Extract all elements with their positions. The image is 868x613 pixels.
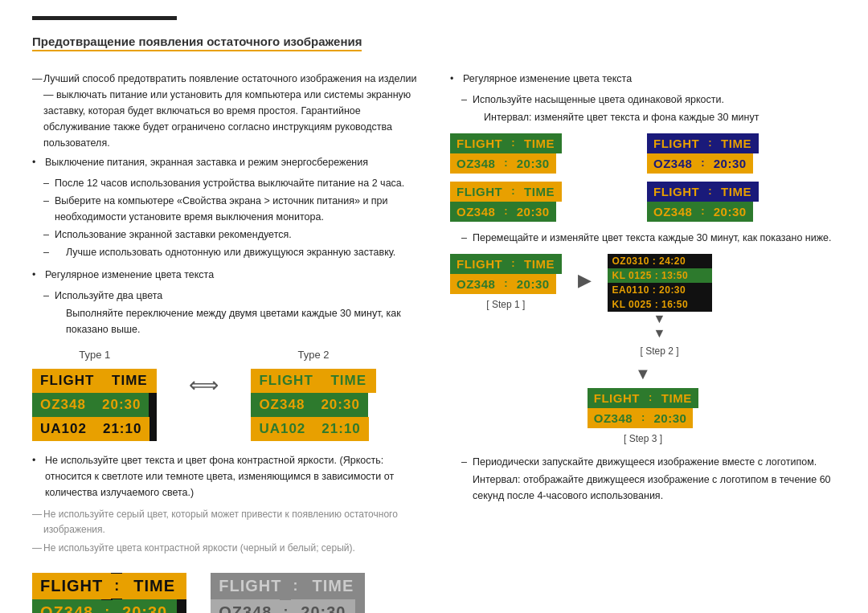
type1-oz348: OZ348 bbox=[32, 393, 94, 417]
step2-row1: OZ0310 : 24:20 bbox=[608, 254, 712, 268]
bottom-cards-row: FLIGHT : TIME OZ348 : 20:30 FLIGHT : TIM… bbox=[32, 573, 426, 613]
step1-to-step2-arrow: ▶ bbox=[578, 270, 592, 291]
type2-block: Type 2 FLIGHT TIME OZ348 20:30 UA102 21:… bbox=[251, 349, 375, 441]
type2-flight-label: FLIGHT bbox=[251, 369, 321, 393]
rc2-flight: FLIGHT bbox=[647, 133, 706, 153]
step2-arrows: ▼ ▼ bbox=[653, 312, 666, 341]
step1-card: FLIGHT : TIME OZ348 : 20:30 bbox=[450, 254, 562, 294]
left-column: Лучший способ предотвратить появление ос… bbox=[32, 71, 426, 613]
page-title: Предотвращение появления остаточного изо… bbox=[32, 35, 362, 51]
step2-block: OZ0310 : 24:20 KL 0125 : 13:50 EA0110 : … bbox=[608, 254, 712, 357]
section2-sub1-text: Выполняйте переключение между двумя цвет… bbox=[32, 305, 426, 337]
step2-card: OZ0310 : 24:20 KL 0125 : 13:50 EA0110 : … bbox=[608, 254, 712, 312]
section1-item3: Использование экранной заставки рекоменд… bbox=[32, 227, 426, 243]
type2-oz348: OZ348 bbox=[251, 393, 313, 417]
type2-card: FLIGHT TIME OZ348 20:30 UA102 21:10 bbox=[251, 369, 375, 441]
step2-to-step3-arrow: ▼ bbox=[635, 365, 651, 383]
section1-item1: После 12 часов использования устройства … bbox=[32, 175, 426, 191]
right-card-3: FLIGHT : TIME OZ348 : 20:30 bbox=[450, 182, 639, 222]
top-line bbox=[32, 16, 177, 20]
type2-time-label: TIME bbox=[321, 369, 376, 393]
rc1-time: TIME bbox=[518, 133, 562, 153]
type1-card: FLIGHT TIME OZ348 20:30 UA102 21:10 bbox=[32, 369, 157, 441]
section5-dash: Не используйте цвета контрастной яркости… bbox=[32, 541, 426, 556]
type-display-row: Type 1 FLIGHT TIME OZ348 20:30 UA102 21:… bbox=[32, 349, 426, 441]
step2-row2: KL 0125 : 13:50 bbox=[608, 268, 712, 283]
periodic-text2: Интервал: отображайте движущееся изображ… bbox=[450, 472, 836, 504]
type1-time-label: TIME bbox=[102, 369, 157, 393]
rc2-oz348: OZ348 bbox=[647, 153, 698, 174]
s1-flight: FLIGHT bbox=[450, 254, 509, 274]
s1-time: TIME bbox=[518, 254, 562, 274]
right-sub2: Интервал: изменяйте цвет текста и фона к… bbox=[450, 109, 836, 125]
intro-paragraph: Лучший способ предотвратить появление ос… bbox=[32, 71, 426, 151]
bot-black-oz348: OZ348 bbox=[32, 599, 101, 613]
rc1-flight: FLIGHT bbox=[450, 133, 509, 153]
section2-sub1: Используйте два цвета bbox=[32, 288, 426, 304]
section1-title: Выключение питания, экранная заставка и … bbox=[32, 154, 426, 170]
step2-label: [ Step 2 ] bbox=[640, 345, 678, 357]
type2-time1: 20:30 bbox=[313, 393, 367, 417]
type2-label: Type 2 bbox=[298, 349, 330, 361]
step2-row4: KL 0025 : 16:50 bbox=[608, 297, 712, 312]
section1-item2: Выберите на компьютере «Свойства экрана … bbox=[32, 193, 426, 225]
type1-time2: 21:10 bbox=[95, 417, 149, 441]
step1-label: [ Step 1 ] bbox=[486, 299, 525, 310]
rc3-time1: 20:30 bbox=[510, 202, 556, 222]
bot-gray-oz348: OZ348 bbox=[211, 599, 280, 613]
right-sub3: Перемещайте и изменяйте цвет текста кажд… bbox=[450, 230, 836, 246]
rc2-time: TIME bbox=[714, 133, 759, 153]
s3-oz348: OZ348 bbox=[588, 408, 639, 428]
right-column: Регулярное изменение цвета текста Исполь… bbox=[450, 71, 836, 613]
periodic-section: Периодически запускайте движущееся изобр… bbox=[450, 454, 836, 504]
s1-oz348: OZ348 bbox=[450, 274, 502, 294]
rc4-time: TIME bbox=[714, 182, 759, 202]
bot-black-time: TIME bbox=[122, 573, 186, 599]
type1-label: Type 1 bbox=[79, 349, 110, 361]
rc3-time: TIME bbox=[518, 182, 562, 202]
step2-row3: EA0110 : 20:30 bbox=[608, 283, 712, 297]
right-card-4: FLIGHT : TIME OZ348 : 20:30 bbox=[647, 182, 836, 222]
s3-time: TIME bbox=[654, 388, 698, 408]
type2-ua102: UA102 bbox=[251, 417, 313, 441]
rc3-oz348: OZ348 bbox=[450, 202, 502, 222]
rc4-time1: 20:30 bbox=[707, 202, 753, 222]
bot-gray-time: TIME bbox=[301, 573, 365, 599]
right-sub1: Используйте насыщенные цвета одинаковой … bbox=[450, 92, 836, 108]
bottom-card-gray: FLIGHT : TIME OZ348 : 20:30 bbox=[211, 573, 365, 613]
rc4-oz348: OZ348 bbox=[647, 202, 698, 222]
right-card-1: FLIGHT : TIME OZ348 : 20:30 bbox=[450, 133, 639, 174]
rc1-time1: 20:30 bbox=[510, 153, 556, 174]
bot-gray-flight: FLIGHT bbox=[211, 573, 289, 599]
right-card-2: FLIGHT : TIME OZ348 : 20:30 bbox=[647, 133, 836, 174]
right-cards-grid: FLIGHT : TIME OZ348 : 20:30 FLIGHT : TIM… bbox=[450, 133, 836, 222]
right-section-title: Регулярное изменение цвета текста bbox=[450, 71, 836, 87]
rc1-oz348: OZ348 bbox=[450, 153, 502, 174]
type1-block: Type 1 FLIGHT TIME OZ348 20:30 UA102 21:… bbox=[32, 349, 157, 441]
rc3-flight: FLIGHT bbox=[450, 182, 509, 202]
section4-dash: Не используйте серый цвет, который может… bbox=[32, 507, 426, 537]
rc2-time1: 20:30 bbox=[707, 153, 753, 174]
step3-label: [ Step 3 ] bbox=[624, 433, 662, 444]
bottom-card-black: FLIGHT : TIME OZ348 : 20:30 bbox=[32, 573, 186, 613]
type-arrow: ⟺ bbox=[189, 373, 219, 398]
section2-title: Регулярное изменение цвета текста bbox=[32, 267, 426, 283]
steps-row: FLIGHT : TIME OZ348 : 20:30 [ Step 1 ] ▶ bbox=[450, 254, 836, 357]
step3-area: ▼ FLIGHT : TIME OZ348 : 20:30 [ Step 3 ] bbox=[450, 365, 836, 444]
s3-flight: FLIGHT bbox=[588, 388, 646, 408]
bot-gray-time1: 20:30 bbox=[291, 599, 355, 613]
s3-time1: 20:30 bbox=[647, 408, 693, 428]
s1-time1: 20:30 bbox=[510, 274, 556, 294]
type1-ua102: UA102 bbox=[32, 417, 95, 441]
type2-time2: 21:10 bbox=[313, 417, 368, 441]
section1-item4: Лучше использовать однотонную или движущ… bbox=[32, 244, 426, 260]
step3-card: FLIGHT : TIME OZ348 : 20:30 bbox=[588, 388, 699, 428]
type1-time1: 20:30 bbox=[94, 393, 149, 417]
step1-block: FLIGHT : TIME OZ348 : 20:30 [ Step 1 ] bbox=[450, 254, 562, 310]
bot-black-time1: 20:30 bbox=[113, 599, 177, 613]
type1-flight-label: FLIGHT bbox=[32, 369, 102, 393]
bot-black-flight: FLIGHT bbox=[32, 573, 111, 599]
periodic-text1: Периодически запускайте движущееся изобр… bbox=[450, 454, 836, 470]
rc4-flight: FLIGHT bbox=[647, 182, 706, 202]
section3-bullet: Не используйте цвет текста и цвет фона к… bbox=[32, 452, 426, 501]
